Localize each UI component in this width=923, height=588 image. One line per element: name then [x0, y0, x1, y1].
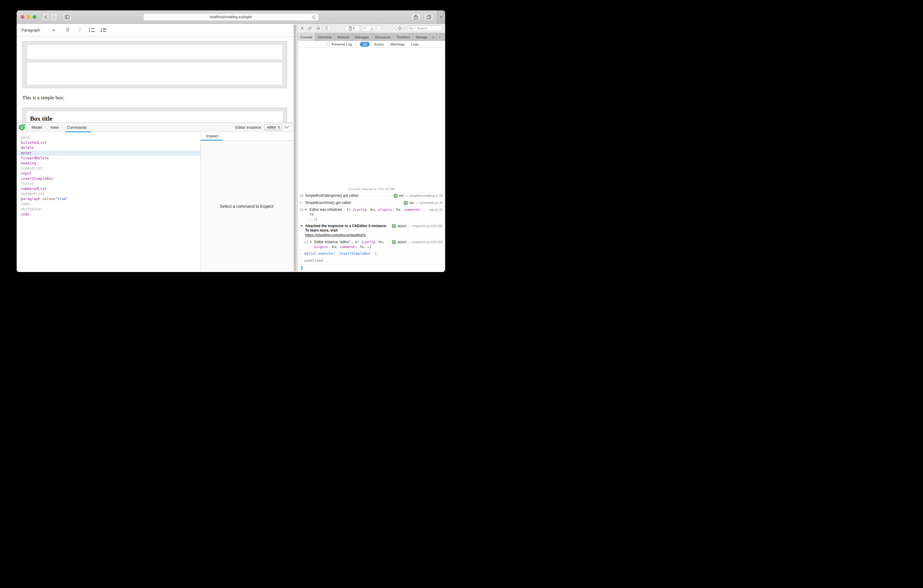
preserve-log-checkbox[interactable] [326, 43, 330, 46]
command-item-delete[interactable]: delete [16, 145, 200, 150]
numbered-list-button[interactable]: 1 2 [88, 26, 95, 34]
tab-commands[interactable]: Commands [66, 123, 87, 132]
zoom-window-button[interactable] [33, 15, 36, 19]
log-icon [300, 201, 303, 204]
disclosure-triangle-icon[interactable] [310, 241, 312, 243]
filter-scope-logs[interactable]: Logs [411, 43, 419, 46]
command-item-forwardDelete[interactable]: forwardDelete [16, 156, 200, 161]
chevron-right-icon [53, 15, 55, 19]
console-log-row[interactable]: SimpleBoxUI#init() got called f init — e… [298, 199, 445, 207]
bold-button[interactable]: B [64, 26, 71, 34]
reload-icon [325, 26, 329, 30]
console-cleared-message: Console cleared at 3:01:15 PM [298, 186, 445, 192]
reload-icon[interactable] [312, 15, 316, 20]
console-prompt[interactable]: ❯ [298, 264, 445, 272]
tab-view[interactable]: View [50, 123, 59, 132]
tab-inspect[interactable]: Inspect [201, 132, 223, 140]
page-area: Paragraph B I 1 2 [16, 24, 297, 272]
disclosure-triangle-icon[interactable] [305, 209, 307, 211]
tab-storage[interactable]: Storage [413, 33, 430, 41]
tab-timelines[interactable]: Timelines [393, 33, 413, 41]
commands-list: boldbulletedListdeleteenterforwardDelete… [16, 132, 200, 272]
italic-button[interactable]: I [76, 26, 83, 34]
tab-resources[interactable]: Resources [372, 33, 394, 41]
scrollbar-thumb[interactable] [294, 25, 296, 271]
command-item-insertSimpleBox[interactable]: insertSimpleBox [16, 176, 200, 181]
filter-scope-errors[interactable]: Errors [374, 43, 384, 46]
share-button[interactable] [411, 13, 421, 21]
source-location-link[interactable]: app.js:31 [429, 207, 443, 212]
close-inspector-button[interactable]: ✕ [301, 26, 304, 31]
tab-debugger[interactable]: Debugger [352, 33, 372, 41]
filter-scope-warnings[interactable]: Warnings [391, 43, 405, 46]
tab-network[interactable]: Network [335, 33, 352, 41]
search-scope-chevron-icon [414, 28, 416, 29]
command-item-outdentList[interactable]: outdentList [16, 191, 200, 197]
ckeditor-docs-link[interactable]: https://ckeditor.com/docs/ckeditor5 [305, 233, 365, 237]
source-location-link[interactable]: simpleboxediting.js:19 [409, 194, 443, 198]
command-item-shiftEnter[interactable]: shiftEnter [16, 207, 200, 212]
command-item-paragraph[interactable]: paragraph value="true" [16, 197, 200, 202]
command-item-undo[interactable]: undo [16, 212, 200, 217]
console-child-row[interactable]: Editor instance "editor" – Kl {config: K… [298, 239, 445, 250]
editor-content[interactable]: This is a simple box: Box title 5 [16, 36, 292, 272]
paragraph-dropdown[interactable]: Paragraph [21, 26, 59, 34]
back-button[interactable] [42, 13, 49, 21]
element-picker-button[interactable] [396, 26, 403, 31]
page-scrollbar[interactable] [292, 24, 297, 272]
filter-scope-all[interactable]: All [360, 42, 370, 47]
source-location-link[interactable]: inspector.js:133:326 [412, 240, 443, 244]
minimize-window-button[interactable] [27, 15, 30, 19]
warning-triangle-icon [370, 26, 374, 30]
tab-console[interactable]: Console [298, 33, 315, 41]
resource-summary-button[interactable]: 4 0 [345, 26, 381, 31]
console-log-row-expanded[interactable]: Attached the inspector to a CKEditor 5 i… [298, 223, 445, 239]
command-item-bulletedList[interactable]: bulletedList [16, 140, 200, 145]
paragraph-text[interactable]: This is a simple box: [22, 95, 287, 101]
source-location-link[interactable]: essentials.js:35 [419, 200, 443, 205]
console-input-echo-row[interactable]: › editor.execute( 'insertSimpleBox' ); [298, 250, 445, 258]
sidebar-toggle-button[interactable] [62, 13, 72, 21]
command-item-indentList[interactable]: indentList [16, 166, 200, 171]
result-arrow-icon: ‹· [300, 259, 302, 263]
reload-page-button[interactable] [324, 26, 330, 31]
console-pane[interactable]: Console cleared at 3:01:15 PM SimpleBoxE… [298, 48, 445, 272]
command-item-italic[interactable]: italic [16, 181, 200, 186]
new-tab-button[interactable]: + [437, 10, 445, 23]
add-inspector-tab-button[interactable]: + [437, 33, 443, 41]
console-result-row[interactable]: ‹· undefined [298, 258, 445, 264]
forward-button[interactable] [50, 13, 57, 21]
console-log-row[interactable]: SimpleBoxEditing#init() got called f ini… [298, 192, 445, 199]
editor-instance-select[interactable]: editor [264, 124, 282, 130]
source-location-link[interactable]: inspector.js:133:182 [412, 224, 443, 228]
bulleted-list-button[interactable] [100, 26, 107, 34]
settings-gear-icon[interactable]: ⚙ [443, 33, 445, 41]
browser-window: localhost/creating-a-plugin/ + [16, 10, 445, 272]
collapse-chevron-icon[interactable] [284, 126, 289, 129]
split-pane-icon [317, 27, 320, 30]
simple-box-title-field[interactable] [27, 44, 282, 59]
window-controls [21, 15, 36, 19]
sidebar-icon [65, 15, 70, 19]
preserve-log-label[interactable]: Preserve Log [332, 43, 352, 46]
simple-box-description-field[interactable] [27, 62, 282, 85]
tab-model[interactable]: Model [31, 123, 43, 132]
split-console-button[interactable] [315, 26, 322, 31]
console-log-row[interactable]: Editor was initialized – Kl {config: Kn,… [298, 206, 445, 223]
close-window-button[interactable] [21, 15, 25, 19]
command-item-heading[interactable]: heading [16, 161, 200, 166]
command-item-input[interactable]: input [16, 171, 200, 176]
disclosure-triangle-open-icon[interactable] [301, 225, 303, 227]
search-input[interactable]: Search [407, 26, 442, 31]
command-item-redo[interactable]: redo [16, 202, 200, 207]
command-item-enter[interactable]: enter [16, 151, 200, 156]
simple-box-widget-selected[interactable] [22, 41, 287, 88]
tab-elements[interactable]: Elements [315, 33, 335, 41]
command-item-bold[interactable]: bold [16, 135, 200, 140]
tab-overflow-chevrons[interactable]: » [430, 33, 437, 41]
address-bar[interactable]: localhost/creating-a-plugin/ [143, 13, 319, 21]
command-item-numberedList[interactable]: numberedList [16, 186, 200, 191]
dock-side-button[interactable] [307, 26, 313, 31]
tab-overview-button[interactable] [424, 13, 434, 21]
inspect-pane: Inspect Select a command to inspect [200, 132, 292, 272]
